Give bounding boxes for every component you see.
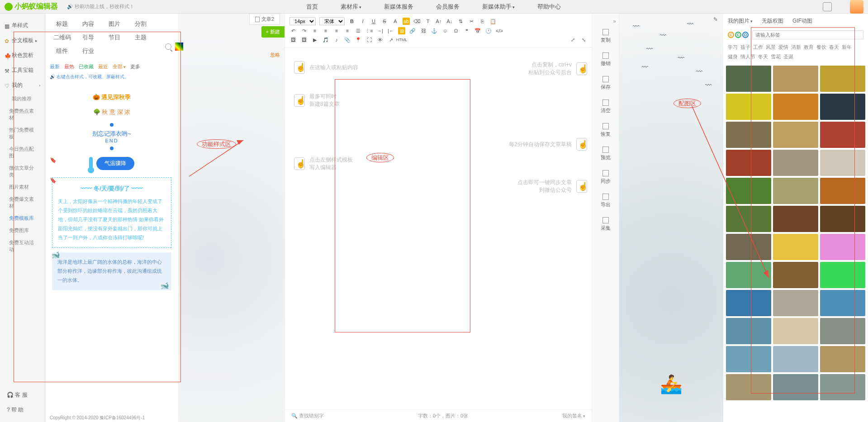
hand-icon (576, 62, 587, 75)
cut-icon[interactable]: ✂ (468, 18, 475, 25)
cat-divider[interactable]: 分割 (128, 17, 154, 31)
date-icon[interactable]: 📅 (474, 27, 481, 34)
multi-image-icon[interactable]: 🖼 (300, 36, 308, 43)
bold-icon[interactable]: B (348, 18, 356, 25)
avatar[interactable] (850, 0, 863, 14)
underline-icon[interactable]: U (370, 18, 377, 25)
nav-material[interactable]: 素材库 (341, 3, 361, 11)
table-icon[interactable]: ⊞ (398, 27, 405, 34)
editor-body[interactable]: 在这输入或粘贴内容 点击复制，ctrl+v 粘贴到公众号后台 最多可同时 新建8… (285, 47, 592, 409)
tag-item[interactable]: 学习 (728, 44, 738, 51)
indent-icon[interactable]: →| (376, 27, 384, 34)
rt-clear[interactable]: 清空 (592, 95, 619, 119)
copy-icon[interactable]: ⎘ (479, 18, 486, 25)
strike-icon[interactable]: S (381, 18, 388, 25)
doc-tab[interactable]: 文章2 (249, 14, 280, 25)
char-icon[interactable]: Ω (452, 27, 460, 34)
collapse-right-icon[interactable]: » (592, 18, 619, 24)
code-icon[interactable]: </> (496, 27, 503, 34)
preview-area: 忽略 文章2 + 新建 功能样式区 (179, 14, 285, 422)
tag-item[interactable]: 孩子 (740, 44, 750, 51)
source-icon[interactable]: ↗ (387, 36, 394, 43)
imgtab-gif[interactable]: GIF动图 (792, 17, 812, 25)
nav-help[interactable]: 帮助中心 (537, 3, 561, 11)
spacing-icon[interactable]: ⇅ (457, 18, 464, 25)
collect-icon (602, 217, 609, 223)
emoji-icon[interactable]: ☺ (441, 27, 449, 34)
anchor-icon[interactable]: ⚓ (431, 27, 438, 34)
time-icon[interactable]: 🕐 (485, 27, 492, 34)
align-right-icon[interactable]: ≡ (333, 27, 340, 34)
audio-icon[interactable]: 🎵 (322, 36, 329, 43)
html-icon[interactable]: HTML (398, 36, 405, 43)
cat-image[interactable]: 图片 (101, 17, 128, 31)
quote-icon[interactable]: ❝ (463, 27, 470, 34)
boat-icon: 🚣 (660, 374, 683, 395)
unlink-icon[interactable]: ⛓ (420, 27, 427, 34)
image-icon[interactable]: 🖼 (289, 36, 297, 43)
fullscreen-icon[interactable]: ⛶ (365, 36, 373, 43)
sup-icon[interactable]: A↑ (435, 18, 442, 25)
outdent-icon[interactable]: |← (387, 27, 394, 34)
ignore-link[interactable]: 忽略 (270, 52, 280, 58)
sub-icon[interactable]: A↓ (446, 18, 453, 25)
link-icon[interactable]: 🔗 (409, 27, 416, 34)
format-brush-icon[interactable]: T (424, 18, 432, 25)
align-center-icon[interactable]: ≡ (322, 27, 329, 34)
music-icon[interactable]: ♪ (333, 36, 340, 43)
font-size-select[interactable]: 14px (289, 17, 316, 25)
theme-icon[interactable] (823, 2, 832, 11)
signature[interactable]: 我的签名 (562, 413, 585, 419)
nav-media-service[interactable]: 新媒体服务 (384, 3, 413, 11)
clear-format-icon[interactable]: ⌫ (413, 18, 421, 25)
font-family-select[interactable]: 宋体 (319, 17, 345, 25)
rt-undo[interactable]: 撤销 (592, 48, 619, 71)
video-icon[interactable]: ▶ (311, 36, 318, 43)
find-typo[interactable]: 🔍 查找错别字 (291, 413, 324, 419)
italic-icon[interactable]: I (359, 18, 366, 25)
collapse-icon[interactable]: ⤡ (580, 36, 587, 43)
tag-item[interactable]: 健身 (728, 53, 738, 60)
list-ul-icon[interactable]: ☰ (355, 27, 362, 34)
nav-home[interactable]: 首页 (306, 3, 318, 11)
rt-sync[interactable]: 同步 (592, 166, 619, 189)
paste-icon[interactable]: 📋 (489, 18, 497, 25)
bg-color-icon[interactable]: ab (403, 18, 410, 25)
rt-collect[interactable]: 采集 (592, 213, 619, 236)
maple-icon: 🍁 (5, 53, 10, 58)
list-ol-icon[interactable]: ⋮≡ (365, 27, 373, 34)
logo[interactable]: 小蚂蚁编辑器 (5, 2, 58, 11)
word-count: 字数：0个，图片：0张 (418, 413, 468, 419)
cat-title[interactable]: 标题 (49, 17, 75, 31)
rt-preview[interactable]: 预览 (592, 142, 619, 166)
imgtab-mine[interactable]: 我的图片 (728, 17, 753, 25)
bird-icon: 〰 (705, 81, 711, 89)
redo-icon[interactable]: ↷ (300, 27, 308, 34)
rt-copy[interactable]: 复制 (592, 24, 619, 48)
rt-restore[interactable]: 恢复 (592, 119, 619, 142)
new-doc-button[interactable]: + 新建 (261, 26, 285, 38)
side-single-style[interactable]: ▦单样式 (0, 18, 45, 33)
save-icon (602, 76, 609, 82)
logo-icon (5, 3, 13, 11)
expand-icon[interactable]: ⤢ (569, 36, 576, 43)
cc-icon: CCO (728, 32, 749, 38)
font-color-icon[interactable]: A (392, 18, 399, 25)
rt-export[interactable]: 导出 (592, 189, 619, 213)
cat-content[interactable]: 内容 (75, 17, 101, 31)
side-help[interactable]: ? 帮 助 (0, 403, 45, 417)
annotation-box-editor (335, 79, 470, 332)
right-toolbar: » 复制 撤销 保存 清空 恢复 预览 同步 导出 采集 (592, 14, 619, 422)
side-service[interactable]: 🎧 客 服 (0, 388, 45, 403)
hand-icon (294, 157, 305, 170)
undo-icon[interactable]: ↶ (289, 27, 297, 34)
align-left-icon[interactable]: ≡ (311, 27, 318, 34)
preview-icon[interactable]: 👁 (376, 36, 384, 43)
align-justify-icon[interactable]: ≡ (344, 27, 351, 34)
nav-member[interactable]: 会员服务 (436, 3, 460, 11)
imgtab-free[interactable]: 无版权图 (762, 17, 783, 25)
map-icon[interactable]: 📍 (355, 36, 362, 43)
attachment-icon[interactable]: 📎 (344, 36, 351, 43)
nav-assistant[interactable]: 新媒体助手 (482, 3, 515, 11)
rt-save[interactable]: 保存 (592, 71, 619, 95)
